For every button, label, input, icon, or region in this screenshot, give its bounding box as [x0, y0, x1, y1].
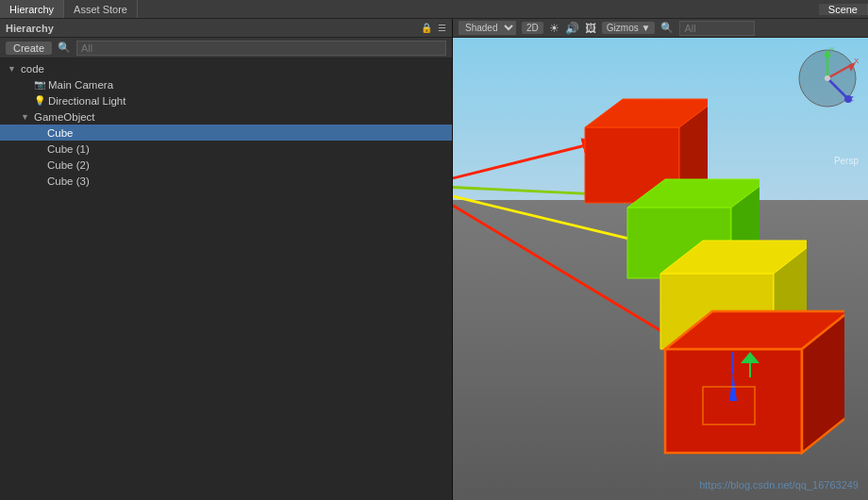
hierarchy-tree: ▼ code 📷 Main Camera 💡 Directional Light…	[0, 58, 452, 500]
lock-icon[interactable]: 🔒	[421, 23, 432, 33]
tree-item-cube-3[interactable]: Cube (3)	[0, 173, 452, 189]
main-layout: Hierarchy 🔒 ☰ Create 🔍 ▼ code 📷 Ma	[0, 19, 868, 500]
tree-item-cube-1[interactable]: Cube (1)	[0, 141, 452, 157]
mode-2d-button[interactable]: 2D	[522, 22, 543, 34]
watermark: https://blog.csdn.net/qq_16763249	[699, 479, 859, 491]
tree-item-main-camera[interactable]: 📷 Main Camera	[0, 76, 452, 92]
tree-item-directional-light[interactable]: 💡 Directional Light	[0, 92, 452, 108]
create-button[interactable]: Create	[6, 42, 52, 55]
arrow-code: ▼	[8, 64, 21, 74]
audio-icon: 🔊	[565, 22, 579, 35]
tree-label-directional-light: Directional Light	[48, 95, 125, 107]
arrow-gameobject: ▼	[21, 112, 34, 122]
tree-label-code: code	[21, 63, 44, 75]
persp-label: Persp	[834, 156, 859, 166]
tree-label-cube-3: Cube (3)	[47, 175, 90, 187]
tab-scene[interactable]: Scene	[819, 4, 868, 15]
hierarchy-header-icons: 🔒 ☰	[421, 23, 446, 33]
tab-bar: Hierarchy Asset Store Scene	[0, 0, 868, 19]
svg-text:X: X	[854, 57, 860, 65]
tree-item-cube-2[interactable]: Cube (2)	[0, 157, 452, 173]
gizmos-button[interactable]: Gizmos ▼	[602, 22, 656, 34]
tree-label-cube: Cube	[47, 127, 74, 139]
tree-icon-camera: 📷	[34, 79, 45, 90]
svg-point-31	[825, 75, 830, 81]
sun-icon: ☀	[549, 22, 559, 35]
tree-icon-light: 💡	[34, 95, 45, 106]
tab-asset-store[interactable]: Asset Store	[64, 0, 138, 18]
hierarchy-toolbar: Create 🔍	[0, 38, 452, 58]
search-icon-label: 🔍	[58, 42, 71, 54]
tree-item-cube[interactable]: Cube	[0, 125, 452, 141]
tree-label-cube-2: Cube (2)	[47, 159, 90, 171]
tab-hierarchy[interactable]: Hierarchy	[0, 0, 64, 18]
tree-label-gameobject: GameObject	[34, 111, 95, 123]
tree-item-code[interactable]: ▼ code	[0, 60, 452, 76]
scene-search-input[interactable]	[679, 21, 755, 36]
scene-viewport[interactable]: Y X Z Persp https://blog.csdn.net/qq_167…	[453, 38, 868, 500]
scene-search-icon: 🔍	[660, 22, 674, 34]
svg-text:Y: Y	[829, 45, 835, 54]
svg-text:Z: Z	[849, 94, 854, 103]
tree-label-main-camera: Main Camera	[48, 79, 113, 91]
shading-select[interactable]: Shaded	[459, 21, 516, 35]
scene-toolbar: Shaded 2D ☀ 🔊 🖼 Gizmos ▼ 🔍	[453, 19, 868, 38]
tree-label-cube-1: Cube (1)	[47, 143, 90, 155]
hierarchy-panel: Hierarchy 🔒 ☰ Create 🔍 ▼ code 📷 Ma	[0, 19, 453, 500]
hierarchy-search-input[interactable]	[76, 41, 446, 56]
menu-icon[interactable]: ☰	[438, 23, 446, 33]
scene-panel: Shaded 2D ☀ 🔊 🖼 Gizmos ▼ 🔍	[453, 19, 868, 500]
gizmo-widget: Y X Z	[794, 45, 860, 111]
hierarchy-header: Hierarchy 🔒 ☰	[0, 19, 452, 38]
image-icon: 🖼	[585, 22, 596, 35]
hierarchy-title: Hierarchy	[6, 23, 54, 34]
tree-item-gameobject[interactable]: ▼ GameObject	[0, 108, 452, 125]
cube-red-large	[646, 288, 844, 467]
